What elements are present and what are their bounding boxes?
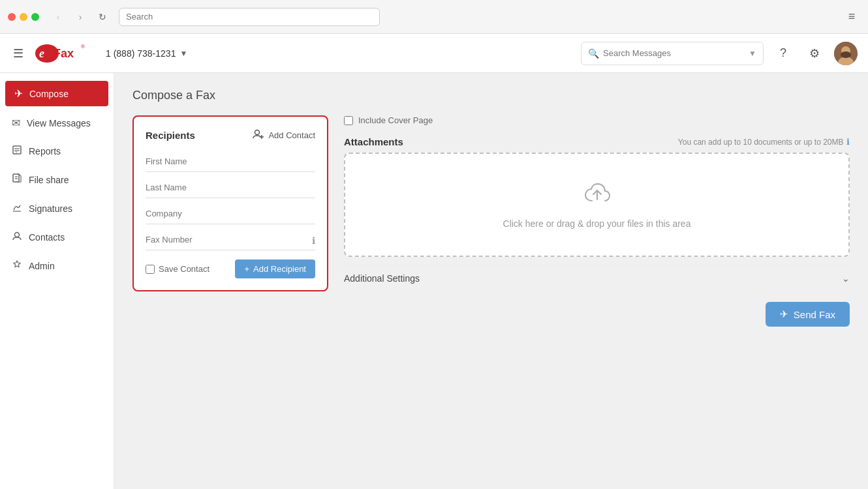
attachments-section: Attachments You can add up to 10 documen… xyxy=(344,136,850,257)
fax-info-icon[interactable]: ℹ xyxy=(312,235,315,246)
maximize-traffic-light[interactable] xyxy=(31,13,39,21)
recipients-title: Recipients xyxy=(146,130,195,141)
sidebar-item-admin[interactable]: Admin xyxy=(0,252,114,280)
right-panel: Include Cover Page Attachments You can a… xyxy=(344,115,850,327)
header-search-input[interactable] xyxy=(603,48,746,58)
last-name-input[interactable] xyxy=(146,177,315,198)
app-body: ✈ Compose ✉ View Messages ? Reports xyxy=(0,73,868,489)
company-field-wrap xyxy=(146,203,315,226)
compose-icon: ✈ xyxy=(14,87,23,100)
attachments-hint-wrap: You can add up to 10 documents or up to … xyxy=(678,136,850,147)
sidebar-item-view-messages[interactable]: ✉ View Messages xyxy=(0,109,114,137)
phone-number: 1 (888) 738-1231 xyxy=(106,48,176,59)
file-drop-zone[interactable]: Click here or drag & drop your files in … xyxy=(344,153,850,257)
upload-cloud-icon xyxy=(583,181,612,211)
svg-point-16 xyxy=(15,233,20,237)
file-share-icon xyxy=(12,173,22,186)
search-caret-icon: ▼ xyxy=(749,49,756,58)
fax-number-field-wrap: ℹ xyxy=(146,230,315,252)
add-recipient-plus-icon: + xyxy=(244,264,249,274)
header-search-icon: 🔍 xyxy=(588,48,599,59)
phone-caret-icon: ▼ xyxy=(179,49,187,58)
svg-text:®: ® xyxy=(81,44,85,50)
compose-area: Recipients Add Contact xyxy=(132,115,850,327)
user-avatar[interactable] xyxy=(834,42,858,65)
send-fax-icon: ✈ xyxy=(780,308,788,320)
minimize-traffic-light[interactable] xyxy=(20,13,27,21)
first-name-field-wrap xyxy=(146,151,315,173)
svg-rect-12 xyxy=(13,174,19,182)
send-fax-wrap: ✈ Send Fax xyxy=(344,302,850,327)
send-fax-label: Send Fax xyxy=(794,309,835,320)
send-fax-button[interactable]: ✈ Send Fax xyxy=(766,302,850,327)
save-contact-checkbox[interactable] xyxy=(146,265,155,274)
include-cover-checkbox[interactable] xyxy=(344,116,353,125)
help-icon: ? xyxy=(780,46,786,60)
header-search-box: 🔍 ▼ xyxy=(581,42,764,65)
help-button[interactable]: ? xyxy=(771,42,795,65)
attachments-info-icon[interactable]: ℹ xyxy=(846,137,850,147)
sidebar-item-signatures[interactable]: Signatures xyxy=(0,194,114,223)
titlebar-menu-button[interactable]: ≡ xyxy=(843,8,860,25)
fax-number-input[interactable] xyxy=(146,230,315,250)
save-contact-wrap: Save Contact xyxy=(146,264,209,274)
gear-icon: ⚙ xyxy=(809,46,820,61)
app-header: ☰ e Fax ® 1 (888) 738-1231 ▼ 🔍 ▼ ? ⚙ xyxy=(0,34,868,73)
traffic-lights xyxy=(8,13,39,21)
sidebar-label-reports: Reports xyxy=(29,146,61,156)
recipients-panel: Recipients Add Contact xyxy=(132,115,328,291)
sidebar-item-file-share[interactable]: File share xyxy=(0,166,114,194)
page-title: Compose a Fax xyxy=(132,89,850,102)
attachments-hint: You can add up to 10 documents or up to … xyxy=(678,138,844,147)
drop-zone-label: Click here or drag & drop your files in … xyxy=(503,218,691,229)
add-recipient-button[interactable]: + Add Recipient xyxy=(235,259,315,278)
form-footer: Save Contact + Add Recipient xyxy=(146,259,315,278)
sidebar-item-contacts[interactable]: Contacts xyxy=(0,223,114,252)
back-button[interactable]: ‹ xyxy=(50,8,67,25)
svg-point-17 xyxy=(255,130,260,135)
additional-settings-label: Additional Settings xyxy=(344,273,420,284)
additional-settings[interactable]: Additional Settings ⌄ xyxy=(344,265,850,291)
sidebar-label-signatures: Signatures xyxy=(29,203,72,214)
sidebar-label-file-share: File share xyxy=(29,175,69,185)
forward-button[interactable]: › xyxy=(72,8,89,25)
svg-point-7 xyxy=(841,52,851,58)
chevron-down-icon: ⌄ xyxy=(842,273,850,284)
sidebar-toggle-icon[interactable]: ☰ xyxy=(10,44,26,63)
save-contact-label: Save Contact xyxy=(159,264,209,274)
refresh-button[interactable]: ↻ xyxy=(94,8,111,25)
titlebar: ‹ › ↻ ≡ xyxy=(0,0,868,34)
attachments-header: Attachments You can add up to 10 documen… xyxy=(344,136,850,147)
add-contact-button[interactable]: Add Contact xyxy=(253,128,315,142)
sidebar-label-compose: Compose xyxy=(29,89,69,99)
signatures-icon xyxy=(12,202,22,215)
phone-selector[interactable]: 1 (888) 738-1231 ▼ xyxy=(106,48,187,59)
first-name-input[interactable] xyxy=(146,151,315,172)
settings-button[interactable]: ⚙ xyxy=(803,42,826,65)
sidebar-item-reports[interactable]: ? Reports xyxy=(0,137,114,166)
attachments-title: Attachments xyxy=(344,136,403,147)
sidebar-label-admin: Admin xyxy=(29,261,55,271)
contacts-icon xyxy=(12,231,22,244)
last-name-field-wrap xyxy=(146,177,315,200)
company-input[interactable] xyxy=(146,203,315,224)
efax-logo-svg: e Fax ® xyxy=(34,42,93,65)
recipients-header: Recipients Add Contact xyxy=(146,128,315,142)
include-cover-label: Include Cover Page xyxy=(358,115,433,125)
sidebar-label-view-messages: View Messages xyxy=(27,118,91,128)
sidebar: ✈ Compose ✉ View Messages ? Reports xyxy=(0,73,114,489)
view-messages-icon: ✉ xyxy=(12,117,20,129)
reports-icon: ? xyxy=(12,145,22,158)
add-recipient-label: Add Recipient xyxy=(253,264,306,274)
close-traffic-light[interactable] xyxy=(8,13,16,21)
add-contact-label: Add Contact xyxy=(268,130,315,140)
main-content: Compose a Fax Recipients xyxy=(114,73,868,489)
svg-text:Fax: Fax xyxy=(54,47,74,60)
avatar-image xyxy=(834,42,858,65)
add-contact-icon xyxy=(253,128,264,142)
titlebar-search-input[interactable] xyxy=(119,8,380,26)
logo: e Fax ® xyxy=(34,42,93,65)
sidebar-item-compose[interactable]: ✈ Compose xyxy=(5,81,108,106)
include-cover-wrap: Include Cover Page xyxy=(344,115,850,125)
sidebar-label-contacts: Contacts xyxy=(29,232,65,243)
